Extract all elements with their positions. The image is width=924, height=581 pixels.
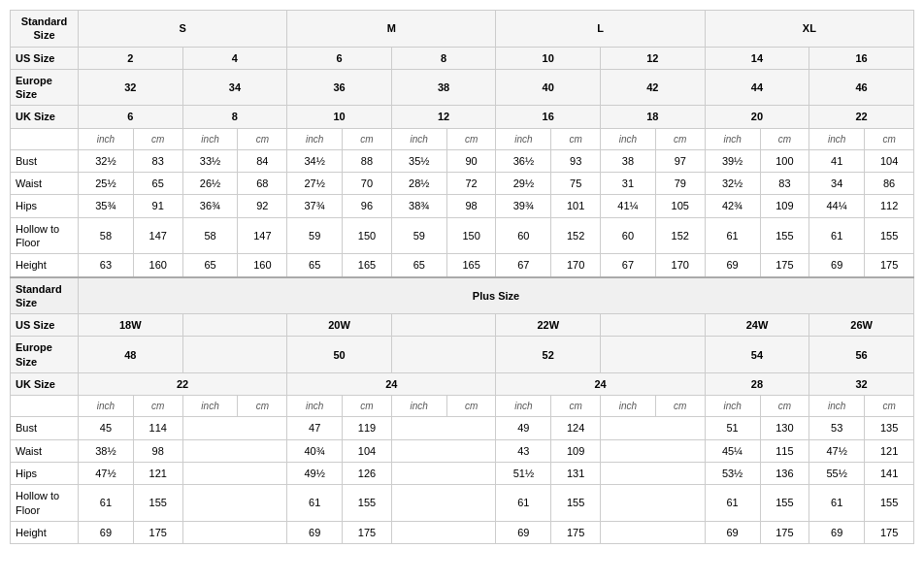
unit-cm-2: cm [238,128,287,149]
uk-size-row: UK Size 6 8 10 12 16 18 20 22 [11,106,914,128]
europe-size-label: Europe Size [11,69,79,106]
uk-size-8: 8 [182,106,287,128]
bust-label: Bust [11,149,79,172]
plus-bust-26w-inch: 53 [809,417,865,439]
unit-cm-5: cm [551,128,601,149]
europe-size-34: 34 [182,69,287,106]
plus-height-22w-inch: 69 [496,521,551,543]
us-size-10: 10 [496,47,601,69]
plus-unit-cm-8: cm [865,396,914,417]
hips-xl2-cm: 112 [865,195,914,217]
unit-inch-2: inch [182,128,238,149]
plus-hips-label: Hips [11,462,79,484]
waist-s2-cm: 68 [238,173,287,195]
bust-l2-cm: 97 [655,149,705,172]
bust-s1-inch: 32½ [79,149,134,172]
height-l1-cm: 170 [551,254,601,277]
standard-size-header-row: StandardSize S M L XL [11,11,914,48]
plus-europe-size-row: Europe Size 48 50 52 54 56 [11,337,914,373]
height-l2-inch: 67 [601,254,656,277]
us-size-2: 2 [79,47,183,69]
bust-l2-inch: 38 [601,149,656,172]
us-size-row: US Size 2 4 6 8 10 12 14 16 [11,47,914,69]
height-label-plus: Height [11,521,79,543]
plus-htf-18w-cm: 155 [133,485,182,522]
height-s1-inch: 63 [79,254,134,277]
plus-hips-24w-inch: 53½ [705,462,760,484]
plus-unit-cm-3: cm [343,396,392,417]
plus-us-empty3 [601,314,706,337]
unit-spacer [11,128,79,149]
plus-unit-cm-7: cm [760,396,809,417]
bust-row-standard: Bust 32½ 83 33½ 84 34½ 88 35½ 90 36½ 93 … [11,149,914,172]
us-size-16: 16 [809,47,914,69]
europe-size-row: Europe Size 32 34 36 38 40 42 44 46 [11,69,914,106]
waist-l1-cm: 75 [551,173,601,195]
standard-size-label: StandardSize [11,11,79,48]
htf-xl2-inch: 61 [809,217,865,254]
plus-htf-24w-cm: 155 [760,485,809,522]
htf-xl2-cm: 155 [865,217,914,254]
bust-row-plus: Bust 45 114 47 119 49 124 51 130 53 135 [11,417,914,439]
plus-uk-28: 28 [705,373,809,396]
plus-htf-22w-inch: 61 [496,485,551,522]
unit-cm-7: cm [760,128,809,149]
plus-waist-24w-cm: 115 [760,439,809,462]
hips-m2-inch: 38¾ [391,195,446,217]
plus-bust-22w-cm: 124 [551,417,601,439]
waist-s1-cm: 65 [133,173,182,195]
htf-s2-inch: 58 [182,217,238,254]
height-xl1-cm: 175 [760,254,809,277]
plus-height-empty2 [391,521,496,543]
plus-europe-50: 50 [287,337,392,373]
waist-m2-cm: 72 [446,173,496,195]
unit-inch-3: inch [287,128,343,149]
us-size-12: 12 [601,47,706,69]
htf-xl1-cm: 155 [760,217,809,254]
height-m1-inch: 65 [287,254,343,277]
plus-hips-18w-cm: 121 [133,462,182,484]
plus-us-26w: 26W [809,314,914,337]
hips-label: Hips [11,195,79,217]
htf-s1-inch: 58 [79,217,134,254]
height-s2-inch: 65 [182,254,238,277]
hips-xl1-inch: 42¾ [705,195,760,217]
unit-inch-7: inch [705,128,760,149]
plus-uk-32: 32 [809,373,914,396]
hollow-floor-row-standard: Hollow to Floor 58 147 58 147 59 150 59 … [11,217,914,254]
plus-waist-22w-cm: 109 [551,439,601,462]
height-l2-cm: 170 [655,254,705,277]
plus-unit-cm-2: cm [238,396,287,417]
waist-m1-cm: 70 [343,173,392,195]
plus-uk-size-row: UK Size 22 24 24 28 32 [11,373,914,396]
plus-hips-22w-cm: 131 [551,462,601,484]
plus-bust-label: Bust [11,417,79,439]
plus-waist-26w-inch: 47½ [809,439,865,462]
plus-waist-label: Waist [11,439,79,462]
waist-row-standard: Waist 25½ 65 26½ 68 27½ 70 28½ 72 29½ 75… [11,173,914,195]
waist-xl2-cm: 86 [865,173,914,195]
europe-size-44: 44 [705,69,809,106]
htf-xl1-inch: 61 [705,217,760,254]
waist-row-plus: Waist 38½ 98 40¾ 104 43 109 45¼ 115 47½ … [11,439,914,462]
bust-s1-cm: 83 [133,149,182,172]
htf-l1-cm: 152 [551,217,601,254]
waist-l2-cm: 79 [655,173,705,195]
waist-l1-inch: 29½ [496,173,551,195]
plus-htf-empty1 [182,485,287,522]
plus-htf-22w-cm: 155 [551,485,601,522]
plus-us-20w: 20W [287,314,392,337]
uk-size-6: 6 [79,106,183,128]
height-l1-inch: 67 [496,254,551,277]
plus-bust-empty2 [391,417,496,439]
plus-uk-22: 22 [79,373,287,396]
plus-unit-inch-1: inch [79,396,134,417]
plus-uk-24a: 24 [287,373,496,396]
plus-waist-20w-inch: 40¾ [287,439,343,462]
hollow-floor-row-plus: Hollow to Floor 61 155 61 155 61 155 61 … [11,485,914,522]
plus-us-24w: 24W [705,314,809,337]
plus-hips-20w-inch: 49½ [287,462,343,484]
uk-size-10: 10 [287,106,392,128]
plus-waist-empty3 [601,439,706,462]
plus-standard-size-label: Standard Size [11,277,79,314]
